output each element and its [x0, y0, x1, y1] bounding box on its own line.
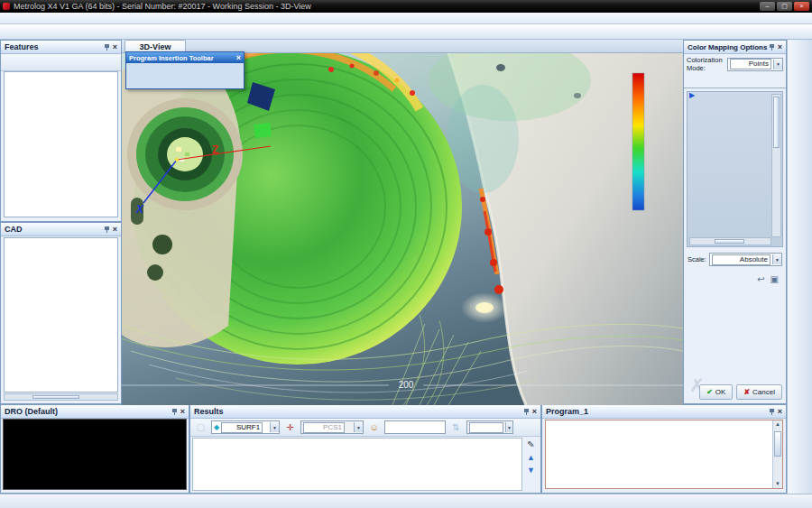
- pin-icon[interactable]: [105, 226, 110, 233]
- title-bar: Metrolog X4 V1 GA (64 bits) - Serial Num…: [0, 0, 812, 13]
- ok-button[interactable]: ✔ OK: [699, 384, 733, 400]
- program-insertion-toolbar[interactable]: Program Insertion Toolbar ×: [125, 51, 245, 89]
- pin-icon[interactable]: [770, 409, 775, 415]
- close-button[interactable]: ×: [794, 2, 809, 11]
- features-tree: [4, 71, 118, 217]
- dro-panel-title: DRO (Default) ×: [1, 405, 189, 419]
- colorization-mode-label: Colorization Mode:: [687, 56, 725, 72]
- scale-combo[interactable]: Absolute ▼: [709, 253, 782, 266]
- segments-vscrollbar[interactable]: [771, 94, 781, 237]
- pin-icon[interactable]: [105, 44, 110, 51]
- program-step-list: ▲ ▼: [545, 420, 783, 489]
- x-icon: ✘: [743, 388, 750, 396]
- window-title: Metrolog X4 V1 GA (64 bits) - Serial Num…: [14, 2, 311, 11]
- chevron-down-icon: ▼: [773, 60, 782, 69]
- results-side-toolbar: ✎ ▲ ▼: [523, 438, 539, 491]
- pin-icon[interactable]: [524, 409, 530, 415]
- close-icon[interactable]: ×: [778, 43, 782, 51]
- transfer-icon[interactable]: ⇅: [448, 420, 464, 434]
- results-extra-combo[interactable]: ▼: [466, 420, 513, 434]
- cad-panel-title: CAD ×: [1, 223, 121, 236]
- features-panel: Features ×: [0, 40, 122, 222]
- pin-icon[interactable]: [770, 44, 775, 51]
- results-pcs-combo[interactable]: PCS1 ▼: [300, 420, 364, 434]
- results-toolbar: ▢ ◆ SURF1 ▼ ✛ PCS1 ▼ ☺ ⇅ ▼: [190, 419, 540, 437]
- program-panel: Program_1 × ▲ ▼: [541, 404, 787, 494]
- colorization-mode-combo[interactable]: Points ▼: [727, 58, 783, 71]
- program-insertion-toolbar-body: [126, 63, 244, 67]
- results-feature-combo[interactable]: ◆ SURF1 ▼: [211, 420, 280, 434]
- cancel-button[interactable]: ✘ Cancel: [736, 384, 782, 400]
- chevron-down-icon: ▼: [270, 422, 279, 432]
- main-toolbar: [0, 24, 812, 40]
- dro-display: [3, 419, 187, 490]
- chevron-down-icon: ▼: [354, 422, 363, 432]
- app-icon: [3, 3, 10, 10]
- menu-bar: [0, 13, 812, 24]
- 3d-scene[interactable]: X Z 200: [122, 53, 683, 405]
- save-icon[interactable]: ▣: [770, 274, 779, 284]
- check-icon: ✔: [706, 388, 713, 396]
- pin-icon[interactable]: [172, 409, 178, 415]
- viewport-color-scale: [632, 73, 644, 210]
- cad-tree: [4, 237, 118, 393]
- close-icon[interactable]: ×: [236, 54, 241, 62]
- results-table: [192, 438, 522, 491]
- dro-panel: DRO (Default) ×: [0, 404, 189, 494]
- ruler-label: 200: [399, 380, 414, 390]
- chevron-down-icon: ▼: [505, 422, 512, 432]
- segments-hscrollbar[interactable]: [689, 237, 771, 245]
- axis-x-label: X: [135, 203, 144, 216]
- cad-panel: CAD ×: [0, 222, 122, 404]
- color-segment-list: ▶: [687, 91, 783, 247]
- color-mapping-tabs: [684, 74, 786, 88]
- range-marker-icon[interactable]: ▶: [689, 91, 695, 99]
- minimize-button[interactable]: –: [760, 2, 775, 11]
- program-insertion-toolbar-title[interactable]: Program Insertion Toolbar ×: [126, 52, 244, 63]
- lock-icon[interactable]: ▢: [193, 420, 208, 434]
- scale-label: Scale:: [687, 255, 706, 263]
- maximize-button[interactable]: ▢: [777, 2, 792, 11]
- chevron-down-icon: ▼: [772, 254, 781, 264]
- cad-hscrollbar[interactable]: [4, 393, 118, 401]
- feature-icon: ◆: [214, 423, 219, 431]
- close-icon[interactable]: ×: [113, 43, 117, 51]
- close-icon[interactable]: ×: [113, 226, 117, 234]
- program-panel-title: Program_1 ×: [542, 405, 786, 419]
- results-panel: Results × ▢ ◆ SURF1 ▼ ✛ PCS1 ▼ ☺ ⇅ ▼ ✎ ▲…: [189, 404, 541, 494]
- move-down-icon[interactable]: ▼: [527, 466, 535, 475]
- axis-z-label: Z: [212, 143, 218, 156]
- features-panel-title: Features ×: [1, 41, 121, 54]
- close-icon[interactable]: ×: [778, 408, 782, 416]
- axis-icon[interactable]: ✛: [282, 420, 298, 434]
- viewport: 3D-View: [122, 40, 683, 404]
- undo-icon[interactable]: ↩: [757, 274, 764, 284]
- features-toolbar: [1, 54, 121, 71]
- paint-icon[interactable]: ✎: [527, 439, 534, 449]
- program-scrollbar[interactable]: ▲ ▼: [772, 420, 782, 488]
- color-mapping-panel-title: Color Mapping Options ×: [684, 41, 786, 54]
- results-panel-title: Results ×: [190, 405, 540, 419]
- status-bar: [0, 494, 812, 508]
- move-up-icon[interactable]: ▲: [527, 453, 535, 462]
- color-mapping-panel: Color Mapping Options × Colorization Mod…: [683, 40, 787, 404]
- close-icon[interactable]: ×: [180, 408, 185, 416]
- close-icon[interactable]: ×: [532, 408, 537, 416]
- geometry-toolbar: [787, 40, 812, 494]
- users-icon[interactable]: ☺: [366, 420, 382, 434]
- results-filter-input[interactable]: [384, 420, 446, 434]
